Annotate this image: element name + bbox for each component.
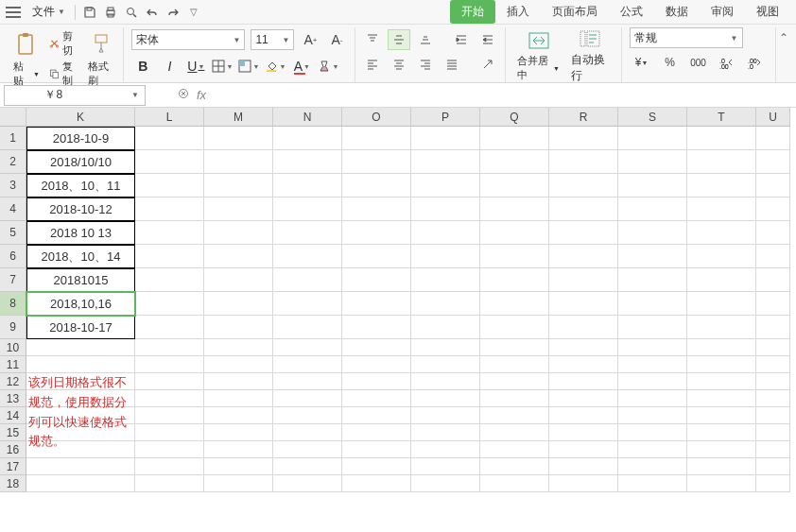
cell[interactable] [687, 268, 756, 292]
wrap-text-button[interactable]: 自动换行 [565, 24, 614, 86]
cell[interactable] [480, 127, 549, 150]
cell[interactable] [135, 197, 204, 221]
cell[interactable] [411, 475, 480, 492]
percent-icon[interactable]: % [658, 52, 683, 73]
underline-button[interactable]: U▼ [184, 56, 207, 77]
row-header[interactable]: 4 [0, 197, 26, 221]
cell[interactable] [549, 458, 618, 475]
cell[interactable] [135, 292, 204, 316]
cell[interactable] [480, 373, 549, 390]
cell[interactable] [549, 407, 618, 424]
cell[interactable] [204, 316, 273, 339]
cell[interactable] [411, 197, 480, 221]
cell[interactable] [342, 458, 411, 475]
cell[interactable] [618, 424, 687, 441]
justify-icon[interactable] [441, 54, 463, 75]
cell[interactable] [480, 221, 549, 245]
cell[interactable] [273, 197, 342, 221]
cell[interactable] [480, 316, 549, 339]
cell[interactable] [204, 339, 273, 356]
bold-button[interactable]: B [131, 56, 154, 77]
cell[interactable] [411, 373, 480, 390]
cell[interactable] [411, 390, 480, 407]
row-header[interactable]: 17 [0, 458, 26, 475]
cell[interactable] [687, 356, 756, 373]
cell[interactable] [756, 150, 790, 174]
row-header[interactable]: 5 [0, 221, 26, 245]
cell[interactable] [411, 150, 480, 174]
cell[interactable] [273, 373, 342, 390]
cell-grid[interactable]: 2018-10-92018/10/102018、10、112018-10-122… [26, 127, 796, 532]
cell[interactable] [687, 373, 756, 390]
cell[interactable] [549, 174, 618, 197]
col-header-O[interactable]: O [342, 108, 411, 127]
row-header[interactable]: 14 [0, 407, 26, 424]
cell[interactable] [342, 316, 411, 339]
font-name-select[interactable]: 宋体 ▼ [131, 29, 245, 50]
row-header[interactable]: 6 [0, 245, 26, 268]
cell[interactable] [135, 245, 204, 268]
cell[interactable] [273, 268, 342, 292]
cell[interactable] [204, 458, 273, 475]
cell[interactable] [549, 356, 618, 373]
formula-input[interactable] [206, 86, 796, 105]
align-top-icon[interactable] [361, 29, 384, 50]
cell[interactable] [26, 339, 135, 356]
name-box[interactable]: ￥8 ▼ [4, 85, 146, 106]
cell[interactable] [135, 221, 204, 245]
cell[interactable] [756, 292, 790, 316]
cell[interactable] [756, 475, 790, 492]
cell[interactable] [135, 339, 204, 356]
cell[interactable] [480, 292, 549, 316]
cell[interactable] [204, 373, 273, 390]
cell[interactable] [135, 424, 204, 441]
cell[interactable] [135, 407, 204, 424]
cell[interactable]: 20181015 [26, 268, 135, 292]
cell[interactable] [687, 441, 756, 458]
cell[interactable] [273, 127, 342, 150]
cell[interactable] [204, 356, 273, 373]
decrease-indent-icon[interactable] [450, 29, 473, 50]
cell[interactable] [756, 197, 790, 221]
cell[interactable] [618, 127, 687, 150]
cell[interactable] [618, 441, 687, 458]
currency-icon[interactable]: ¥▼ [630, 52, 654, 73]
cell[interactable] [549, 339, 618, 356]
cell[interactable] [342, 292, 411, 316]
cell[interactable] [480, 197, 549, 221]
tab-review[interactable]: 审阅 [700, 0, 745, 24]
tab-insert[interactable]: 插入 [495, 0, 541, 24]
cell[interactable] [756, 407, 790, 424]
cell[interactable] [756, 268, 790, 292]
cell[interactable] [480, 339, 549, 356]
cell[interactable] [273, 339, 342, 356]
cell[interactable] [687, 292, 756, 316]
cell[interactable] [549, 316, 618, 339]
col-header-R[interactable]: R [549, 108, 618, 127]
cell[interactable] [204, 174, 273, 197]
cell[interactable] [480, 424, 549, 441]
cell[interactable] [135, 268, 204, 292]
cell[interactable] [687, 458, 756, 475]
cell[interactable] [687, 197, 756, 221]
cell[interactable] [618, 197, 687, 221]
cell[interactable] [756, 316, 790, 339]
cell[interactable] [687, 339, 756, 356]
cell[interactable] [549, 127, 618, 150]
redo-icon[interactable] [163, 2, 183, 23]
cell[interactable] [480, 441, 549, 458]
row-header[interactable]: 12 [0, 373, 26, 390]
cell[interactable] [342, 356, 411, 373]
cell[interactable] [135, 475, 204, 492]
tab-start[interactable]: 开始 [450, 0, 495, 24]
row-header[interactable]: 3 [0, 174, 26, 197]
row-header[interactable]: 2 [0, 150, 26, 174]
cell[interactable] [549, 373, 618, 390]
collapse-ribbon-icon[interactable]: ⌃ [776, 27, 792, 82]
cell[interactable] [411, 174, 480, 197]
cell[interactable]: 2018-10-9 [26, 127, 135, 150]
cell[interactable] [618, 316, 687, 339]
row-header[interactable]: 11 [0, 356, 26, 373]
cell[interactable] [342, 150, 411, 174]
cell-style-button[interactable]: ▼ [237, 56, 260, 77]
